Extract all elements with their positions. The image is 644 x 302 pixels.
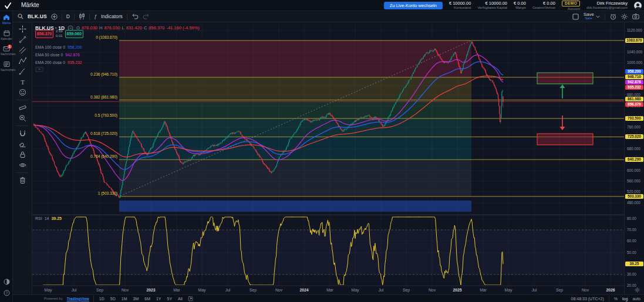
range-button-5d[interactable]: 5D [109,297,117,301]
save-button[interactable]: Save Save [584,12,600,21]
app-logo-icon[interactable] [4,2,12,9]
symbol-search-button[interactable]: BLK.US [28,13,47,19]
trendline-icon[interactable] [16,35,29,44]
auto-scale-button[interactable]: auto [632,297,640,301]
range-button-6m[interactable]: 6M [143,297,151,301]
layout-icon[interactable] [572,13,579,20]
legend-collapse-button[interactable]: ^ [35,67,43,72]
ruler-icon[interactable] [16,103,29,112]
redo-icon[interactable] [143,13,150,19]
range-button-1d[interactable]: 1D [98,297,106,301]
text-icon[interactable]: T [16,77,29,86]
supply-target-box[interactable] [537,73,593,84]
gear-icon[interactable] [621,13,628,20]
account-type-badge: DEMO Account [562,1,580,11]
sidebar-item-kalender[interactable]: Kalender [0,27,13,43]
trash-icon[interactable] [16,176,29,185]
axis-price-label: 942.876 [625,80,643,84]
price-tick: 680.000 [627,147,640,151]
stat-verfuegbares-kapital: € 10000.00Verfügbares Kapital [477,1,507,10]
axis-price-label: 958.200 [625,69,643,74]
fx-icon[interactable]: ƒ [94,13,97,19]
crosshair-icon[interactable] [16,25,29,33]
axis-price-label: 1083.670 [625,38,643,43]
sidebar-item-nachrichten-news[interactable]: Nachrichten [0,58,13,74]
down-arrow[interactable] [560,116,565,130]
expand-range-icon[interactable] [188,296,193,301]
range-button-1y[interactable]: 1Y [155,297,163,301]
fib-retracement[interactable] [119,40,624,212]
channel-icon[interactable] [16,46,29,55]
emoji-icon[interactable] [16,88,29,97]
demand-target-box[interactable] [537,134,593,145]
alert-icon[interactable] [610,13,616,20]
percent-scale-button[interactable]: % [614,297,618,301]
indicators-button[interactable]: Indicators [101,13,123,19]
theme-contrast-icon[interactable] [0,276,13,287]
candles-icon[interactable] [79,13,85,20]
chart-canvas[interactable] [32,22,624,286]
search-icon[interactable] [18,13,23,19]
brush-icon[interactable] [16,67,29,76]
tradingview-link[interactable]: TradingView [67,297,89,301]
rsi-legend[interactable]: RSI 14 39.25 [35,216,62,220]
svg-text:T: T [21,79,25,86]
price-tick: 1000.000 [627,61,642,65]
log-scale-button[interactable]: log [622,297,628,301]
range-button-3m[interactable]: 3M [132,297,140,301]
ask-button[interactable]: 859.060 [65,30,83,38]
zoom-in-icon[interactable] [16,114,29,123]
axis-price-label: 946.710 [625,74,643,79]
magnet-icon[interactable] [16,129,29,138]
axis-price-label: 856.370 [625,102,643,107]
compare-plus-icon[interactable] [51,13,58,20]
undo-icon[interactable] [132,13,139,19]
time-tick: Sep [96,288,103,292]
time-tick: Nov [275,288,282,292]
interval-button[interactable]: D [66,13,70,19]
svg-text:?: ? [5,291,8,295]
camera-icon[interactable] [632,13,639,19]
xabcd-icon[interactable] [16,56,29,65]
powered-by-label: Powered by [44,297,63,300]
time-tick: 2023 [146,288,155,292]
trading-app: Märkte Zu Live-Konto wechseln € 10000.00… [0,0,644,302]
eye-icon[interactable] [16,161,29,169]
axis-price-label: 725.020 [625,134,643,139]
sidebar-item-nachrichten-mail[interactable]: 1 Nachrichten [0,43,13,58]
price-axis[interactable]: 1120.0001040.0001000.000920.000880.00084… [624,22,644,294]
ema-100-legend[interactable]: EMA 100 close 0 958.200 [35,46,82,50]
fib-label-0: 0 (1083.670) [96,35,117,39]
time-tick: May [505,288,512,292]
ema-50-legend[interactable]: EMA 50 close 0 942.876 [35,53,80,57]
range-button-1m[interactable]: 1M [120,297,129,301]
time-tick: Mar [326,288,333,292]
price-tick: 600.000 [627,169,640,172]
rsi-tick: 70.00 [627,228,636,232]
time-tick: Mar [173,288,180,292]
time-tick: May [198,288,206,292]
switch-live-account-button[interactable]: Zu Live-Konto wechseln [384,2,443,10]
sidebar-item-maerkte[interactable]: Märkte [0,11,13,27]
eraser-icon[interactable] [16,140,29,148]
drawing-toolbar: T [13,22,32,294]
lock-icon[interactable] [16,150,29,159]
price-chart[interactable] [32,22,624,286]
ema-200-legend[interactable]: EMA 200 close 0 935.232 [35,61,82,65]
time-tick: Nov [429,288,436,292]
time-axis[interactable]: MayJulSepNov2023MarMayJulSepNov2024MarMa… [32,286,624,294]
help-icon[interactable]: ? [0,287,13,298]
bid-button[interactable]: 856.370 [35,30,53,38]
stat-gewinn-verlust: € 0.00Gewinn/Verlust [532,1,555,10]
session-clock[interactable]: 08:48:33 (UTC+2) [571,297,604,301]
avatar[interactable] [634,2,642,9]
rsi-tick: 30.00 [627,273,636,276]
range-button-5y[interactable]: 5Y [166,297,174,301]
bottom-bar: Powered by TradingView 1D5D1M3M6M1Y5YAll… [13,294,644,302]
stat-margin: € 0.00Margin [514,1,526,10]
rsi-tick: 60.00 [627,239,636,243]
time-tick: May [45,288,52,292]
range-button-all[interactable]: All [177,297,184,301]
up-arrow[interactable] [560,84,565,99]
axis-settings-gear-icon[interactable] [635,287,640,293]
